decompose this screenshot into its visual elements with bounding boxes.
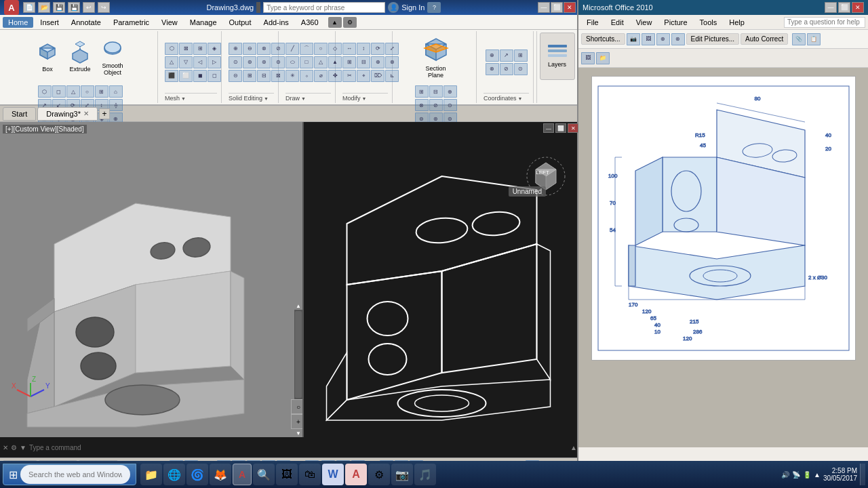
modify-btn-1[interactable]: ↔ xyxy=(342,43,356,55)
command-close-btn[interactable]: ✕ xyxy=(3,444,8,451)
menu-a360[interactable]: A360 xyxy=(296,17,324,28)
solid-btn-9[interactable]: ⊝ xyxy=(229,70,242,82)
modify-btn-11[interactable]: ⌦ xyxy=(371,70,384,82)
mesh-btn-7[interactable]: ◁ xyxy=(193,56,207,68)
start-button[interactable]: ⊞ xyxy=(3,464,136,485)
solid-btn-6[interactable]: ⊚ xyxy=(243,56,256,68)
mesh-btn-1[interactable]: ⬡ xyxy=(165,43,178,55)
mesh-btn-6[interactable]: ▽ xyxy=(179,56,193,68)
coordinates-dropdown-arrow[interactable]: ▼ xyxy=(518,96,523,101)
menu-view[interactable]: View xyxy=(156,17,183,28)
modify-btn-5[interactable]: ⊞ xyxy=(342,56,356,68)
taskbar-autocad-icon[interactable]: A xyxy=(345,464,367,485)
modify-dropdown-arrow[interactable]: ▼ xyxy=(362,96,367,101)
mesh-btn-3[interactable]: ⊞ xyxy=(193,43,207,55)
toolbar-icon-3[interactable]: ⊕ xyxy=(656,33,670,45)
start-tab[interactable]: Start xyxy=(3,107,36,121)
minimize-btn[interactable]: — xyxy=(538,2,550,13)
draw-btn-11[interactable]: ⌀ xyxy=(314,70,328,82)
taskbar-extra-1[interactable]: ⚙ xyxy=(368,464,390,485)
title-dropdown[interactable] xyxy=(256,2,260,13)
ribbon-options-btn[interactable]: ⚙ xyxy=(343,17,357,28)
taskbar-photos[interactable]: 🖼 xyxy=(276,464,298,485)
sign-in-btn[interactable]: Sign In xyxy=(401,3,425,12)
solid-btn-2[interactable]: ⊖ xyxy=(243,43,256,55)
ribbon-minimize-btn[interactable]: ▲ xyxy=(328,17,342,28)
msoffice-menu-tools[interactable]: Tools xyxy=(694,17,723,28)
close-btn[interactable]: ✕ xyxy=(564,2,576,13)
mesh-btn-4[interactable]: ◈ xyxy=(208,43,221,55)
draw-btn-9[interactable]: ✳ xyxy=(285,70,299,82)
vp-close-btn[interactable]: ✕ xyxy=(568,123,578,133)
msoffice-close-btn[interactable]: ✕ xyxy=(852,2,864,13)
mesh-btn-9[interactable]: ⬛ xyxy=(165,70,178,82)
taskbar-file-explorer[interactable]: 📁 xyxy=(140,464,162,485)
ribbon-small-btn-6[interactable]: ⌂ xyxy=(109,85,123,98)
taskbar-chrome[interactable]: 🌀 xyxy=(186,464,208,485)
msoffice-search[interactable] xyxy=(784,17,865,28)
save-as-btn[interactable]: 💾 xyxy=(68,2,80,13)
vp-minimize-btn[interactable]: — xyxy=(543,123,554,133)
scroll-plus-btn[interactable]: + xyxy=(291,414,304,429)
solid-editing-dropdown-arrow[interactable]: ▼ xyxy=(264,96,269,101)
shortcuts-btn[interactable]: Shortcuts... xyxy=(581,33,625,45)
draw-dropdown-arrow[interactable]: ▼ xyxy=(301,96,306,101)
command-dropdown-btn[interactable]: ▼ xyxy=(20,444,26,451)
msoffice-menu-picture[interactable]: Picture xyxy=(658,17,692,28)
new-tab-btn[interactable]: + xyxy=(99,108,110,119)
section-btn-6[interactable]: ⊙ xyxy=(443,99,457,111)
draw-btn-7[interactable]: △ xyxy=(314,56,328,68)
modify-btn-10[interactable]: ⌖ xyxy=(357,70,370,82)
tb2-icon-1[interactable]: 🖼 xyxy=(581,52,595,64)
menu-home[interactable]: Home xyxy=(3,17,33,28)
tb2-icon-2[interactable]: 📁 xyxy=(596,52,610,64)
solid-btn-11[interactable]: ⊟ xyxy=(257,70,271,82)
command-settings-btn[interactable]: ⚙ xyxy=(11,444,17,451)
draw-btn-5[interactable]: ⬭ xyxy=(285,56,299,68)
modify-btn-9[interactable]: ✂ xyxy=(342,70,356,82)
taskbar-extra-3[interactable]: 🎵 xyxy=(414,464,436,485)
draw-btn-1[interactable]: ╱ xyxy=(285,43,299,55)
ribbon-small-btn-2[interactable]: ◻ xyxy=(52,85,66,98)
menu-insert[interactable]: Insert xyxy=(35,17,64,28)
menu-addins[interactable]: Add-ins xyxy=(258,17,294,28)
coord-btn-4[interactable]: ⊗ xyxy=(486,63,499,75)
coord-btn-1[interactable]: ⊕ xyxy=(486,49,499,62)
taskbar-word[interactable]: W xyxy=(322,464,344,485)
scroll-up-btn[interactable]: ▲ xyxy=(294,302,302,310)
scroll-circle-btn[interactable]: ○ xyxy=(291,399,304,414)
mesh-btn-8[interactable]: ▷ xyxy=(208,56,221,68)
mesh-btn-10[interactable]: ⬜ xyxy=(179,70,193,82)
smooth-object-button[interactable]: SmoothObject xyxy=(98,33,127,80)
solid-btn-7[interactable]: ⊛ xyxy=(257,56,271,68)
taskbar-clock[interactable]: 2:58 PM 30/05/2017 xyxy=(823,467,857,482)
menu-manage[interactable]: Manage xyxy=(184,17,222,28)
solid-btn-5[interactable]: ⊙ xyxy=(229,56,242,68)
search-input[interactable] xyxy=(263,2,385,13)
vp-restore-btn[interactable]: ⬜ xyxy=(555,123,566,133)
modify-btn-6[interactable]: ⊟ xyxy=(357,56,370,68)
restore-btn[interactable]: ⬜ xyxy=(551,2,563,13)
msoffice-restore-btn[interactable]: ⬜ xyxy=(838,2,850,13)
msoffice-menu-help[interactable]: Help xyxy=(724,17,750,28)
draw-btn-10[interactable]: ⬦ xyxy=(300,70,313,82)
tray-icon-1[interactable]: 🔊 xyxy=(781,471,789,479)
section-btn-3[interactable]: ⊕ xyxy=(443,85,457,98)
command-scroll-btn[interactable]: ▲ xyxy=(570,444,577,451)
solid-btn-10[interactable]: ⊞ xyxy=(243,70,256,82)
tray-expand[interactable]: ▲ xyxy=(814,471,821,479)
command-input[interactable] xyxy=(29,444,568,451)
taskbar-search-app[interactable]: 🔍 xyxy=(253,464,275,485)
section-btn-5[interactable]: ⊘ xyxy=(429,99,443,111)
mesh-btn-11[interactable]: ◼ xyxy=(193,70,207,82)
toolbar-icon-4[interactable]: ⊗ xyxy=(671,33,685,45)
scroll-down-btn[interactable]: ▼ xyxy=(294,429,302,437)
toolbar-icon-5[interactable]: 📎 xyxy=(792,33,806,45)
msoffice-minimize-btn[interactable]: — xyxy=(825,2,837,13)
menu-annotate[interactable]: Annotate xyxy=(66,17,106,28)
save-btn[interactable]: 💾 xyxy=(53,2,65,13)
coord-btn-3[interactable]: ⊞ xyxy=(514,49,528,62)
modify-btn-2[interactable]: ↕ xyxy=(357,43,370,55)
box-button[interactable]: Box xyxy=(33,33,62,80)
viewport-right[interactable]: — ⬜ ✕ xyxy=(304,122,580,437)
